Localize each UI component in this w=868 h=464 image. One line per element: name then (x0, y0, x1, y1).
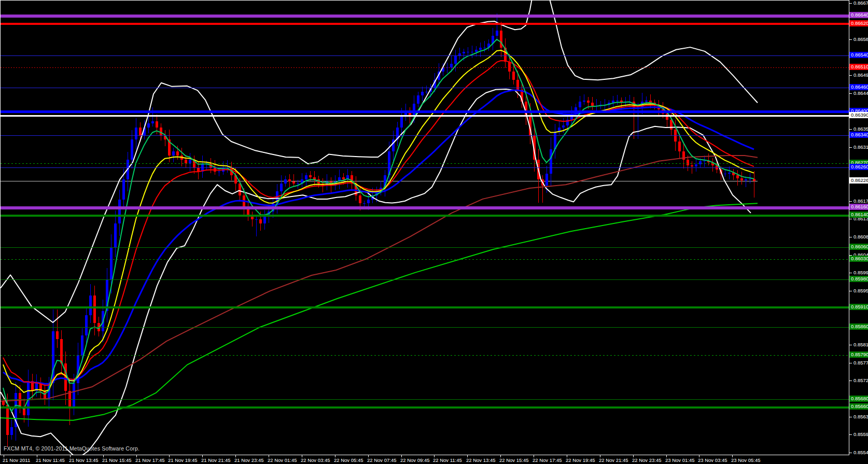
time-label: 22 Nov 05:45 (334, 457, 363, 463)
candle-bull (450, 64, 453, 68)
candle-bear (93, 296, 96, 324)
candle-bear (160, 128, 162, 135)
candle-bull (467, 52, 469, 52)
price-badge-0.86390: 0.86390 (849, 112, 868, 118)
candle-bull (151, 121, 154, 123)
candle-bull (745, 179, 747, 180)
candle-bull (579, 102, 581, 108)
candle-bear (500, 31, 502, 48)
price-badge-0.85790: 0.85790 (849, 351, 868, 358)
price-tick (849, 201, 852, 202)
candle-bull (471, 52, 473, 52)
candle-bull (749, 179, 751, 180)
price-label: 0.85995 (853, 270, 868, 275)
candle-bull (280, 184, 283, 191)
candle-bear (359, 195, 361, 203)
price-tick (849, 75, 852, 76)
candle-bear (156, 121, 158, 128)
candle-bear (687, 160, 689, 166)
price-tick (849, 417, 852, 417)
price-tick (849, 129, 852, 130)
time-label: 23 Nov 03:45 (698, 457, 727, 463)
price-tick (849, 363, 852, 363)
candle-bear (309, 175, 312, 177)
candle-bull (728, 173, 731, 174)
price-badge-0.86160: 0.86160 (849, 204, 868, 210)
candle-bull (147, 123, 150, 128)
candle-bear (678, 142, 681, 151)
price-tick (849, 219, 852, 219)
candle-bull (297, 184, 299, 184)
price-label: 0.85770 (853, 360, 868, 365)
price-label: 0.85815 (853, 342, 868, 347)
price-badge-0.86540: 0.86540 (849, 52, 868, 58)
candle-bull (699, 161, 702, 164)
price-label: 0.86310 (853, 144, 868, 150)
price-label: 0.85635 (853, 414, 868, 419)
price-label: 0.85950 (853, 288, 868, 293)
candle-bull (463, 52, 465, 54)
candle-bull (27, 381, 30, 415)
candle-bear (512, 72, 515, 79)
candle-bear (508, 62, 511, 72)
time-label: 22 Nov 17:45 (533, 457, 562, 463)
candle-bull (400, 116, 403, 128)
candle-bull (425, 92, 428, 92)
price-tick (849, 381, 852, 381)
candle-bull (131, 139, 133, 160)
candle-bull (135, 128, 137, 139)
time-label: 22 Nov 13:45 (466, 457, 496, 463)
price-label: 0.86445 (853, 90, 868, 96)
candle-bear (56, 331, 59, 339)
price-label: 0.86580 (853, 36, 868, 42)
candle-bull (189, 160, 191, 164)
band-lower-white (1, 89, 751, 455)
price-badge-0.86460: 0.86460 (849, 84, 868, 90)
price-label: 0.86175 (853, 198, 868, 204)
candle-bull (475, 50, 478, 52)
candle-bull (724, 174, 726, 174)
candle-bull (645, 101, 648, 102)
candle-bear (176, 151, 179, 156)
price-badge-0.86260: 0.86260 (849, 164, 868, 170)
chart-canvas (1, 1, 849, 455)
candle-bull (367, 200, 370, 204)
time-label: 21 Nov 15:45 (102, 457, 132, 463)
price-badge-0.85660: 0.85660 (849, 403, 868, 410)
price-badge-0.86340: 0.86340 (849, 132, 868, 138)
ema-red (3, 61, 754, 385)
candle-bull (73, 383, 75, 407)
price-tick (849, 453, 852, 453)
candle-bull (10, 427, 13, 435)
time-label: 22 Nov 11:45 (433, 457, 462, 463)
candle-bull (89, 296, 92, 316)
candle-bull (284, 179, 287, 184)
candle-bull (612, 101, 614, 103)
time-label: 22 Nov 01:45 (268, 457, 297, 463)
candle-bear (587, 101, 590, 103)
time-axis[interactable]: 21 Nov 201121 Nov 11:4521 Nov 13:4521 No… (0, 455, 868, 464)
candle-bear (342, 177, 345, 179)
time-label: 22 Nov 23:45 (632, 457, 662, 463)
candle-bull (454, 55, 457, 63)
price-tick (849, 39, 852, 40)
time-label: 21 Nov 21:45 (201, 457, 231, 463)
candle-bull (458, 53, 461, 55)
copyright-text: FXCM MT4, © 2001-2011 MetaQuotes Softwar… (4, 445, 139, 452)
price-axis[interactable]: 0.866700.865800.864900.864450.863550.863… (849, 0, 868, 455)
time-label: 22 Nov 09:45 (400, 457, 430, 463)
price-badge-0.86030: 0.86030 (849, 256, 868, 262)
price-tick (849, 237, 852, 237)
chart-plot-area[interactable]: FXCM MT4, © 2001-2011 MetaQuotes Softwar… (0, 0, 849, 455)
price-label: 0.86355 (853, 126, 868, 132)
price-label: 0.85545 (853, 449, 868, 455)
time-label: 21 Nov 2011 (3, 457, 30, 463)
candle-bull (172, 151, 175, 156)
time-label: 21 Nov 23:45 (234, 457, 264, 463)
price-tick (849, 3, 852, 4)
price-tick (849, 291, 852, 291)
price-tick (849, 147, 852, 148)
candle-bull (545, 174, 548, 186)
time-label: 23 Nov 05:45 (731, 457, 761, 463)
candle-bear (2, 401, 5, 405)
